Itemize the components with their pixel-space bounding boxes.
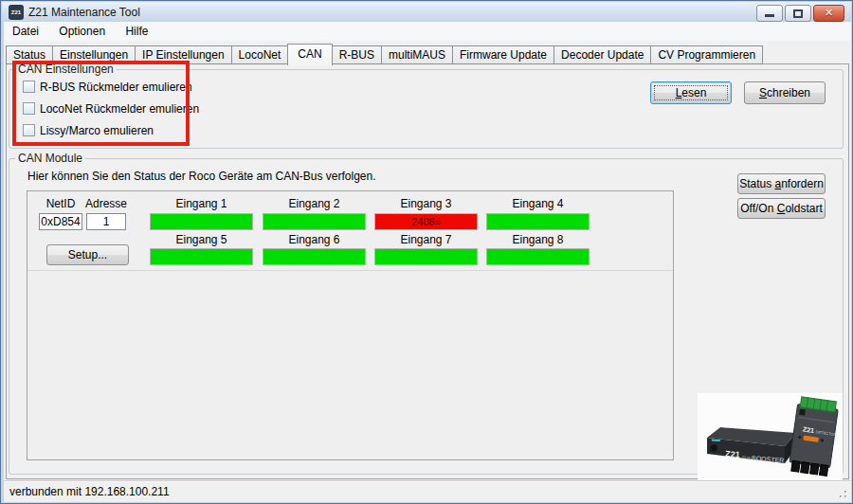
checkbox-icon[interactable] — [23, 102, 35, 115]
eingang-6-status-bar — [263, 248, 366, 265]
eingang-3-status-bar: 2408» — [374, 213, 478, 230]
netid-label: NetID — [39, 197, 82, 210]
checkbox-loconet-rueckmelder[interactable]: LocoNet Rückmelder emulieren — [23, 101, 199, 116]
can-module-list-panel: NetID Adresse Setup... Eingang 1 Eingang… — [27, 190, 674, 460]
checkbox-label: LocoNet Rückmelder emulieren — [40, 102, 199, 116]
menu-datei[interactable]: Datei — [4, 22, 47, 41]
checkbox-lissy-marco[interactable]: Lissy/Marco emulieren — [23, 123, 154, 137]
eingang-1-status-bar — [150, 213, 253, 230]
resize-grip[interactable] — [836, 487, 848, 499]
eingang-6-label: Eingang 6 — [263, 233, 366, 246]
title-bar[interactable]: Z21 Z21 Maintenance Tool ✕ — [2, 2, 851, 22]
z21-product-photo: Z21 DUAL BOOSTER Z21 DETECTOR — [698, 393, 843, 480]
svg-text:Z21: Z21 — [725, 449, 740, 459]
tab-r-bus[interactable]: R-BUS — [332, 45, 382, 64]
tab-can[interactable]: CAN — [287, 44, 332, 65]
eingang-8-label: Eingang 8 — [486, 233, 590, 246]
menu-optionen[interactable]: Optionen — [50, 22, 114, 41]
tab-decoder-update[interactable]: Decoder Update — [554, 45, 651, 64]
window-title: Z21 Maintenance Tool — [28, 6, 140, 19]
eingang-4-label: Eingang 4 — [486, 197, 590, 210]
connection-status-text: verbunden mit 192.168.100.211 — [9, 485, 170, 498]
eingang-7-label: Eingang 7 — [374, 233, 478, 246]
eingang-8-status-bar — [486, 248, 590, 265]
minimize-button[interactable] — [756, 5, 783, 22]
close-icon: ✕ — [814, 7, 844, 19]
menu-bar: Datei Optionen Hilfe — [4, 22, 851, 41]
can-einstellungen-group-title: CAN Einstellungen — [15, 63, 117, 76]
eingang-2-label: Eingang 2 — [263, 197, 366, 210]
eingang-2-status-bar — [263, 213, 366, 230]
eingang-5-label: Eingang 5 — [150, 233, 253, 246]
menu-hilfe[interactable]: Hilfe — [117, 22, 156, 41]
caption-buttons: ✕ — [756, 5, 844, 22]
tab-cv-programmieren[interactable]: CV Programmieren — [650, 45, 763, 64]
adresse-label: Adresse — [84, 197, 128, 210]
close-button[interactable]: ✕ — [813, 5, 844, 22]
off-on-coldstart-button[interactable]: Off/On Coldstart — [737, 198, 826, 219]
eingang-5-status-bar — [150, 248, 253, 265]
checkbox-label: Lissy/Marco emulieren — [40, 124, 154, 137]
tab-multimaus[interactable]: multiMAUS — [381, 45, 453, 64]
eingang-7-status-bar — [374, 248, 478, 265]
tab-loconet[interactable]: LocoNet — [231, 45, 289, 64]
status-bar: verbunden mit 192.168.100.211 — [4, 480, 851, 502]
checkbox-label: R-BUS Rückmelder emulieren — [40, 81, 192, 94]
app-icon: Z21 — [9, 5, 24, 20]
schreiben-button[interactable]: Schreiben — [744, 81, 826, 104]
app-window: Z21 Z21 Maintenance Tool ✕ Datei Optione… — [0, 0, 853, 504]
tab-page-can: CAN Einstellungen R-BUS Rückmelder emuli… — [6, 63, 849, 479]
checkbox-icon[interactable] — [23, 124, 35, 136]
can-module-description: Hier können Sie den Status der Roco Gerä… — [27, 170, 376, 183]
maximize-button[interactable] — [785, 5, 811, 22]
tab-firmware-update[interactable]: Firmware Update — [452, 45, 554, 64]
checkbox-rbus-rueckmelder[interactable]: R-BUS Rückmelder emulieren — [23, 80, 192, 94]
checkbox-icon[interactable] — [23, 81, 35, 93]
adresse-input[interactable] — [86, 213, 126, 230]
eingang-3-label: Eingang 3 — [374, 197, 478, 210]
minimize-icon — [765, 14, 774, 17]
tab-strip: Status Einstellungen IP Einstellungen Lo… — [6, 43, 762, 64]
eingang-1-label: Eingang 1 — [150, 197, 253, 210]
tab-ip-einstellungen[interactable]: IP Einstellungen — [135, 45, 232, 64]
can-module-group-title: CAN Module — [15, 152, 85, 165]
status-anfordern-button[interactable]: Status anfordern — [737, 173, 826, 194]
tab-einstellungen[interactable]: Einstellungen — [52, 45, 136, 64]
netid-input[interactable] — [39, 213, 82, 230]
can-module-entry: NetID Adresse Setup... Eingang 1 Eingang… — [27, 191, 673, 271]
eingang-4-status-bar — [486, 213, 590, 230]
setup-button[interactable]: Setup... — [46, 244, 129, 265]
maximize-icon — [793, 9, 803, 18]
tab-status[interactable]: Status — [6, 45, 53, 64]
lesen-button[interactable]: Lesen — [650, 81, 732, 104]
